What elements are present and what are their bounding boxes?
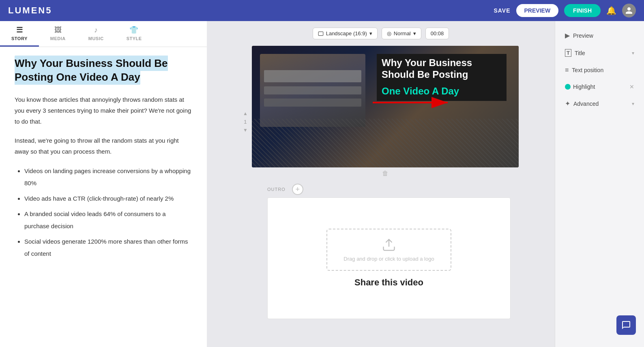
play-icon: ▶: [565, 32, 570, 39]
tab-style[interactable]: 👕 STYLE: [115, 21, 153, 47]
time-badge: 00:08: [425, 28, 449, 39]
story-title[interactable]: Why Your Business Should Be Posting One …: [15, 56, 168, 85]
list-item: Videos on landing pages increase convers…: [24, 165, 192, 189]
title-label: Title: [575, 50, 629, 56]
highlight-label: Highlight: [573, 84, 627, 90]
chat-bubble-button[interactable]: [616, 315, 636, 335]
title-panel-item[interactable]: T Title ▾: [562, 45, 638, 61]
highlight-remove-icon[interactable]: ✕: [629, 84, 634, 90]
story-paragraph-2[interactable]: Instead, we're going to throw all the ra…: [15, 135, 192, 157]
slide-down-arrow[interactable]: ▼: [243, 127, 248, 133]
delete-slide-icon[interactable]: 🗑: [382, 170, 389, 177]
list-item: A branded social video leads 64% of cons…: [24, 208, 192, 232]
notification-bell-icon[interactable]: 🔔: [606, 6, 616, 15]
header: LUMEN5 SAVE PREVIEW FINISH 🔔: [0, 0, 644, 21]
slide-image[interactable]: Why Your BusinessShould Be Posting One V…: [252, 46, 519, 167]
right-panel: ▶ Preview T Title ▾ ≡ Text position High…: [555, 21, 644, 347]
canvas-toolbar: Landscape (16:9) ▾ ◎ Normal ▾ 00:08: [313, 28, 449, 39]
diamond-pattern: [252, 119, 519, 167]
slide-text-overlay: Why Your BusinessShould Be Posting One V…: [377, 54, 507, 101]
upload-icon: [343, 238, 434, 253]
tab-bar: ☰ STORY 🖼 MEDIA ♪ MUSIC 👕 STYLE: [0, 21, 207, 47]
preview-label: Preview: [573, 32, 634, 39]
slide-wrapper: Why Your BusinessShould Be Posting One V…: [252, 46, 519, 177]
upload-text: Drag and drop or click to upload a logo: [343, 256, 434, 262]
highlight-dot-icon: [565, 84, 571, 90]
outro-slide-container: Drag and drop or click to upload a logo …: [243, 197, 519, 319]
text-position-panel-item[interactable]: ≡ Text position: [562, 62, 638, 78]
speed-dropdown[interactable]: ◎ Normal ▾: [382, 28, 421, 39]
music-tab-icon: ♪: [94, 26, 98, 34]
speed-chevron-icon: ▾: [413, 30, 416, 36]
main-layout: ☰ STORY 🖼 MEDIA ♪ MUSIC 👕 STYLE Why Your…: [0, 21, 644, 347]
slide-title-line1: Why Your BusinessShould Be Posting: [377, 54, 507, 84]
speed-icon: ◎: [387, 30, 391, 36]
machinery-bar2: [264, 86, 361, 94]
orientation-chevron-icon: ▾: [369, 30, 372, 36]
canvas-area: Landscape (16:9) ▾ ◎ Normal ▾ 00:08 ▲ 1 …: [207, 21, 555, 347]
preview-button[interactable]: PREVIEW: [516, 4, 559, 17]
list-item: Video ads have a CTR (click-through-rate…: [24, 193, 192, 205]
tab-music[interactable]: ♪ MUSIC: [77, 21, 115, 47]
text-position-icon: ≡: [565, 66, 569, 74]
slide-container: ▲ 1 ▼: [243, 46, 519, 177]
speed-label: Normal: [394, 30, 411, 36]
tab-story[interactable]: ☰ STORY: [0, 21, 39, 47]
slide-title-line3: One Video A Day: [377, 84, 507, 101]
avatar[interactable]: [622, 4, 636, 17]
finish-button[interactable]: FINISH: [564, 4, 601, 17]
story-title-block: Why Your Business Should Be Posting One …: [15, 57, 192, 84]
slide-number-col: ▲ 1 ▼: [243, 46, 248, 133]
save-button[interactable]: SAVE: [494, 7, 510, 14]
tab-media[interactable]: 🖼 MEDIA: [39, 21, 77, 47]
tab-music-label: MUSIC: [88, 36, 104, 41]
outro-label: OUTRO: [267, 187, 286, 192]
slide-background: Why Your BusinessShould Be Posting One V…: [252, 46, 519, 167]
story-content: Why Your Business Should Be Posting One …: [0, 47, 207, 347]
advanced-panel-item[interactable]: ✦ Advanced ▾: [562, 96, 638, 111]
slide-up-arrow[interactable]: ▲: [243, 111, 248, 116]
machinery-bar3: [264, 99, 361, 107]
outro-slide[interactable]: Drag and drop or click to upload a logo …: [267, 197, 511, 319]
machinery-bar1: [264, 70, 361, 82]
orientation-label: Landscape (16:9): [326, 30, 367, 36]
title-chevron-icon: ▾: [632, 50, 634, 56]
orientation-dropdown[interactable]: Landscape (16:9) ▾: [313, 28, 378, 39]
title-icon: T: [565, 49, 571, 57]
slide-delete-area: 🗑: [252, 170, 519, 177]
story-bullet-list: Videos on landing pages increase convers…: [15, 165, 192, 260]
left-panel: ☰ STORY 🖼 MEDIA ♪ MUSIC 👕 STYLE Why Your…: [0, 21, 207, 347]
advanced-chevron-icon: ▾: [632, 101, 634, 107]
logo: LUMEN5: [8, 5, 52, 16]
advanced-icon: ✦: [565, 100, 570, 107]
outro-row: OUTRO +: [243, 184, 519, 195]
media-tab-icon: 🖼: [54, 26, 62, 34]
tab-media-label: MEDIA: [50, 36, 66, 41]
story-tab-icon: ☰: [16, 26, 23, 34]
header-actions: SAVE PREVIEW FINISH 🔔: [494, 4, 636, 17]
advanced-label: Advanced: [573, 101, 629, 107]
svg-rect-0: [318, 32, 323, 35]
tab-story-label: STORY: [11, 36, 28, 41]
style-tab-icon: 👕: [129, 26, 139, 34]
list-item: Social videos generate 1200% more shares…: [24, 236, 192, 260]
story-paragraph-1[interactable]: You know those articles that annoyingly …: [15, 94, 192, 127]
upload-box[interactable]: Drag and drop or click to upload a logo: [326, 229, 451, 271]
highlight-panel-item[interactable]: Highlight ✕: [562, 79, 638, 94]
text-position-label: Text position: [572, 67, 634, 73]
tab-style-label: STYLE: [127, 36, 142, 41]
preview-panel-item[interactable]: ▶ Preview: [562, 28, 638, 43]
slide-number: 1: [244, 119, 247, 125]
outro-share-title: Share this video: [354, 277, 423, 288]
add-slide-button[interactable]: +: [292, 184, 303, 195]
